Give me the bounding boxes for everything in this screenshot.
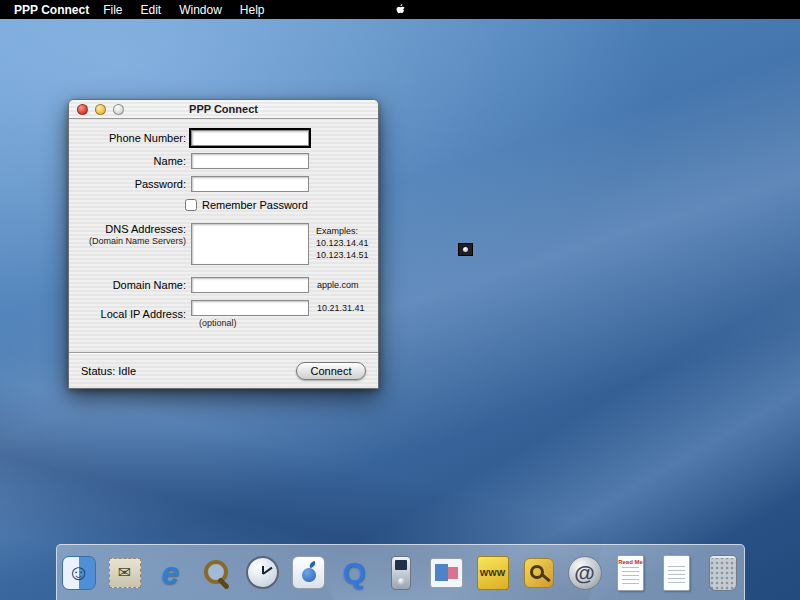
internet-explorer-icon: e	[162, 557, 180, 589]
domain-example: apple.com	[317, 280, 359, 290]
dock-item-finder[interactable]: ☺	[59, 552, 99, 594]
window-footer: Status: Idle Connect	[69, 352, 378, 388]
dock-item-key-caps[interactable]	[519, 552, 559, 594]
remember-password-checkbox[interactable]	[185, 199, 197, 211]
document-lines	[622, 567, 639, 587]
quicktime-icon: Q	[343, 558, 366, 588]
ppp-connect-window: PPP Connect Phone Number: Name: Password…	[68, 99, 379, 389]
image-viewer-icon	[430, 558, 463, 588]
readme-document-icon: Read Me	[617, 555, 644, 591]
dns-examples: Examples: 10.123.14.41 10.123.14.51	[316, 223, 369, 261]
dock-item-image-viewer[interactable]	[427, 552, 467, 594]
dns-addresses-textarea[interactable]	[191, 223, 309, 265]
status-value: Idle	[118, 365, 136, 377]
dns-examples-title: Examples:	[316, 226, 358, 236]
close-button[interactable]	[77, 104, 88, 115]
clock-icon	[246, 556, 279, 589]
phone-number-input[interactable]	[191, 130, 309, 146]
dock-item-clock[interactable]	[243, 552, 283, 594]
password-label: Password:	[69, 178, 191, 190]
dock-item-music-player[interactable]	[381, 552, 421, 594]
menu-edit[interactable]: Edit	[140, 3, 161, 17]
at-sign-icon: @	[568, 556, 602, 590]
dock-item-sherlock[interactable]	[197, 552, 237, 594]
window-title: PPP Connect	[189, 103, 258, 115]
www-icon: WWW	[477, 556, 509, 590]
phone-number-label: Phone Number:	[69, 132, 191, 144]
music-player-icon	[391, 556, 411, 590]
dock-item-email[interactable]: @	[565, 552, 605, 594]
document-lines	[668, 566, 685, 586]
menu-file[interactable]: File	[103, 3, 122, 17]
menu-app-name[interactable]: PPP Connect	[14, 3, 89, 17]
local-ip-note: (optional)	[199, 318, 309, 328]
desktop-camera-icon[interactable]	[458, 243, 473, 256]
dns-addresses-label: DNS Addresses: (Domain Name Servers)	[69, 223, 191, 246]
dock-item-trash[interactable]	[703, 552, 743, 594]
finder-icon: ☺	[62, 556, 96, 590]
apple-box-icon	[292, 556, 325, 589]
zoom-button[interactable]	[113, 104, 124, 115]
status-label: Status:	[81, 365, 115, 377]
remember-password-label: Remember Password	[202, 199, 308, 211]
dock-item-quicktime[interactable]: Q	[335, 552, 375, 594]
mail-stamp-icon: ✉	[109, 558, 141, 588]
readme-document-title: Read Me	[618, 559, 643, 565]
local-ip-label: Local IP Address:	[69, 308, 191, 320]
window-content: Phone Number: Name: Password: Remember P…	[69, 119, 378, 352]
dock-item-system-preferences[interactable]	[289, 552, 329, 594]
dock-item-document[interactable]	[657, 552, 697, 594]
dock-item-internet-explorer[interactable]: e	[151, 552, 191, 594]
connect-button[interactable]: Connect	[296, 362, 366, 380]
dns-addresses-label-text: DNS Addresses:	[105, 223, 186, 235]
key-icon	[524, 558, 554, 588]
menu-help[interactable]: Help	[240, 3, 265, 17]
dns-example-2: 10.123.14.51	[316, 250, 369, 260]
menu-window[interactable]: Window	[179, 3, 222, 17]
minimize-button[interactable]	[95, 104, 106, 115]
blank-document-icon	[663, 555, 690, 591]
password-input[interactable]	[191, 176, 309, 192]
name-label: Name:	[69, 155, 191, 167]
apple-logo-icon[interactable]	[394, 2, 407, 20]
dock-item-readme[interactable]: Read Me	[611, 552, 651, 594]
domain-name-input[interactable]	[191, 277, 309, 293]
dns-sublabel: (Domain Name Servers)	[69, 236, 186, 246]
menu-bar: PPP Connect File Edit Window Help	[0, 0, 800, 19]
trash-icon	[709, 555, 737, 591]
name-input[interactable]	[191, 153, 309, 169]
domain-name-label: Domain Name:	[69, 279, 191, 291]
desktop-swirl	[315, 117, 800, 600]
dns-example-1: 10.123.14.41	[316, 238, 369, 248]
dock-item-html-document[interactable]: WWW	[473, 552, 513, 594]
dock-item-mail-stamp[interactable]: ✉	[105, 552, 145, 594]
local-ip-example: 10.21.31.41	[317, 303, 365, 313]
window-titlebar[interactable]: PPP Connect	[69, 100, 378, 119]
status-text: Status: Idle	[81, 365, 136, 377]
local-ip-input[interactable]	[191, 300, 309, 316]
magnifier-icon	[202, 558, 232, 588]
dock: ☺ ✉ e Q WWW @ Read Me	[56, 544, 745, 600]
